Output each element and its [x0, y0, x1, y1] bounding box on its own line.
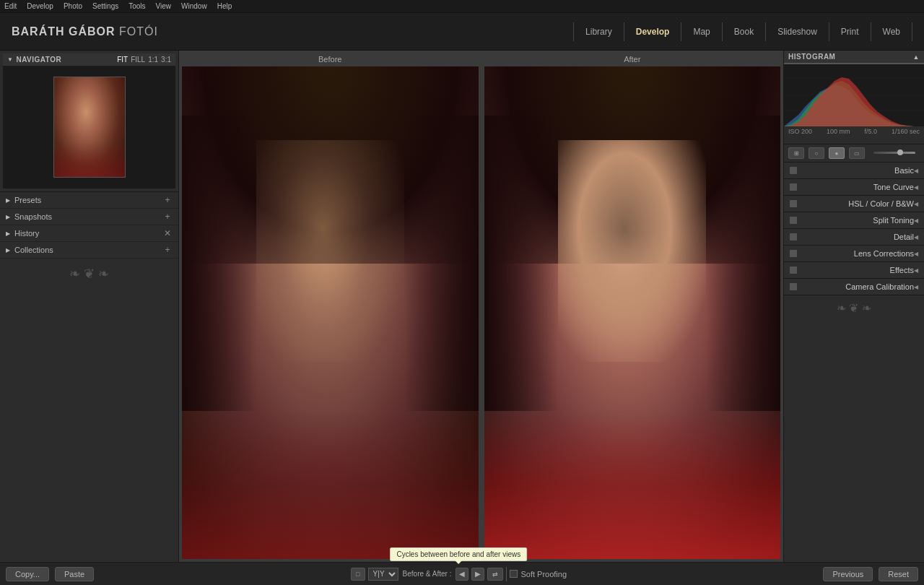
after-label: After: [484, 53, 781, 66]
nav-map[interactable]: Map: [681, 22, 722, 41]
menu-photo[interactable]: Photo: [64, 2, 82, 10]
camera-calibration-header[interactable]: Camera Calibration ◀: [784, 279, 924, 295]
histogram-title: Histogram: [788, 53, 835, 61]
navigator-triangle: ▼: [7, 56, 13, 63]
before-image: [182, 66, 479, 559]
hsl-arrow: ◀: [914, 201, 918, 207]
tool-rect-icon[interactable]: ▭: [849, 147, 865, 159]
tool-circle-icon[interactable]: ○: [808, 147, 824, 159]
navigator-thumbnail: [3, 66, 175, 188]
menu-edit[interactable]: Edit: [4, 2, 17, 10]
histogram-canvas: [784, 63, 924, 126]
after-panel: After: [481, 51, 784, 562]
main-area: ▼ Navigator FIT FILL 1:1 3:1: [0, 51, 924, 562]
zoom-fill[interactable]: FILL: [131, 56, 145, 64]
detail-toggle: [790, 233, 797, 240]
histogram-collapse-icon: ▲: [913, 53, 920, 61]
previous-button[interactable]: Previous: [823, 567, 873, 581]
center-area: Before After: [179, 51, 783, 562]
snapshots-section[interactable]: ▶ Snapshots +: [0, 209, 178, 225]
presets-add-btn[interactable]: +: [162, 195, 173, 205]
basic-title: Basic: [797, 166, 914, 175]
histogram-header[interactable]: Histogram ▲: [784, 51, 924, 63]
bottom-right-controls: Previous Reset: [823, 567, 918, 581]
tone-curve-title: Tone Curve: [797, 183, 914, 191]
basic-header[interactable]: Basic ◀: [784, 162, 924, 178]
history-close-btn[interactable]: ✕: [162, 228, 173, 238]
view-mode-btn[interactable]: □: [351, 568, 365, 581]
camera-cal-arrow: ◀: [914, 284, 918, 290]
thumbnail-image: [53, 77, 126, 178]
bottom-center-controls: □ Y|Y Before & After : ◀ ▶ ⇄ Soft Proofi…: [351, 567, 567, 581]
before-after-label: Before & After :: [401, 570, 453, 578]
tooltip-popup: Cycles between before and after views: [390, 547, 527, 561]
split-toning-toggle: [790, 217, 797, 224]
navigator-header[interactable]: ▼ Navigator FIT FILL 1:1 3:1: [3, 53, 175, 66]
menu-tools[interactable]: Tools: [128, 2, 145, 10]
split-toning-arrow: ◀: [914, 217, 918, 224]
snapshots-triangle: ▶: [6, 214, 10, 220]
histogram-section: Histogram ▲: [784, 51, 924, 144]
soft-proofing-control: Soft Proofing: [510, 570, 567, 578]
hsl-section: HSL / Color / B&W ◀: [784, 196, 924, 212]
menu-settings[interactable]: Settings: [92, 2, 118, 10]
iso-value: ISO 200: [788, 128, 812, 135]
zoom-1-1[interactable]: 1:1: [148, 56, 158, 64]
nav-book[interactable]: Book: [723, 22, 766, 41]
bottom-left-controls: Copy... Paste: [6, 567, 94, 581]
camera-cal-title: Camera Calibration: [797, 282, 914, 291]
lens-corrections-header[interactable]: Lens Corrections ◀: [784, 246, 924, 261]
effects-title: Effects: [797, 266, 914, 274]
menu-develop[interactable]: Develop: [27, 2, 53, 10]
mode-select[interactable]: Y|Y: [368, 568, 398, 581]
nav-links: Library Develop Map Book Slideshow Print…: [573, 22, 912, 41]
bottom-bar: Copy... Paste □ Y|Y Before & After : ◀ ▶…: [0, 562, 924, 585]
basic-arrow: ◀: [914, 168, 918, 174]
detail-header[interactable]: Detail ◀: [784, 229, 924, 245]
collections-triangle: ▶: [6, 247, 10, 254]
history-section[interactable]: ▶ History ✕: [0, 225, 178, 242]
nav-web[interactable]: Web: [871, 22, 912, 41]
tone-curve-arrow: ◀: [914, 184, 918, 191]
effects-header[interactable]: Effects ◀: [784, 262, 924, 278]
nav-develop[interactable]: Develop: [624, 22, 682, 41]
before-after-prev-btn[interactable]: ◀: [456, 568, 468, 581]
menu-help[interactable]: Help: [217, 2, 232, 10]
shutter-speed: 1/160 sec: [892, 128, 920, 135]
menu-view[interactable]: View: [156, 2, 172, 10]
nav-print[interactable]: Print: [829, 22, 871, 41]
copy-button[interactable]: Copy...: [6, 567, 49, 581]
snapshots-label: Snapshots: [14, 212, 52, 221]
navigator-section: ▼ Navigator FIT FILL 1:1 3:1: [0, 51, 178, 192]
before-after-next-btn[interactable]: ▶: [471, 568, 484, 581]
after-frame: [484, 66, 781, 559]
presets-section[interactable]: ▶ Presets +: [0, 192, 178, 209]
collections-section[interactable]: ▶ Collections +: [0, 242, 178, 259]
menu-bar: Edit Develop Photo Settings Tools View W…: [0, 0, 924, 13]
effects-arrow: ◀: [914, 267, 918, 274]
menu-window[interactable]: Window: [181, 2, 207, 10]
right-decorative-swirl: ❧ ❦ ❧: [784, 295, 924, 321]
tool-grid-icon[interactable]: ⊞: [788, 147, 804, 159]
snapshots-add-btn[interactable]: +: [162, 212, 173, 222]
zoom-fit[interactable]: FIT: [117, 56, 128, 64]
nav-slideshow[interactable]: Slideshow: [766, 22, 829, 41]
paste-button[interactable]: Paste: [55, 567, 94, 581]
lens-toggle: [790, 250, 797, 257]
zoom-3-1[interactable]: 3:1: [161, 56, 171, 64]
detail-arrow: ◀: [914, 234, 918, 240]
tool-dot-icon[interactable]: ●: [829, 147, 845, 159]
hsl-header[interactable]: HSL / Color / B&W ◀: [784, 196, 924, 212]
split-toning-header[interactable]: Split Toning ◀: [784, 212, 924, 228]
left-panel: ▼ Navigator FIT FILL 1:1 3:1: [0, 51, 179, 562]
reset-button[interactable]: Reset: [879, 567, 918, 581]
cycle-views-btn[interactable]: ⇄: [487, 568, 503, 581]
before-label: Before: [182, 53, 479, 66]
nav-library[interactable]: Library: [573, 22, 624, 41]
collections-add-btn[interactable]: +: [162, 245, 173, 255]
brand-logo: BARÁTH GÁBOR FOTÓI: [12, 25, 158, 38]
tone-curve-header[interactable]: Tone Curve ◀: [784, 179, 924, 195]
exposure-slider-mini[interactable]: [873, 152, 915, 154]
soft-proof-checkbox[interactable]: [510, 570, 518, 578]
effects-section: Effects ◀: [784, 262, 924, 279]
